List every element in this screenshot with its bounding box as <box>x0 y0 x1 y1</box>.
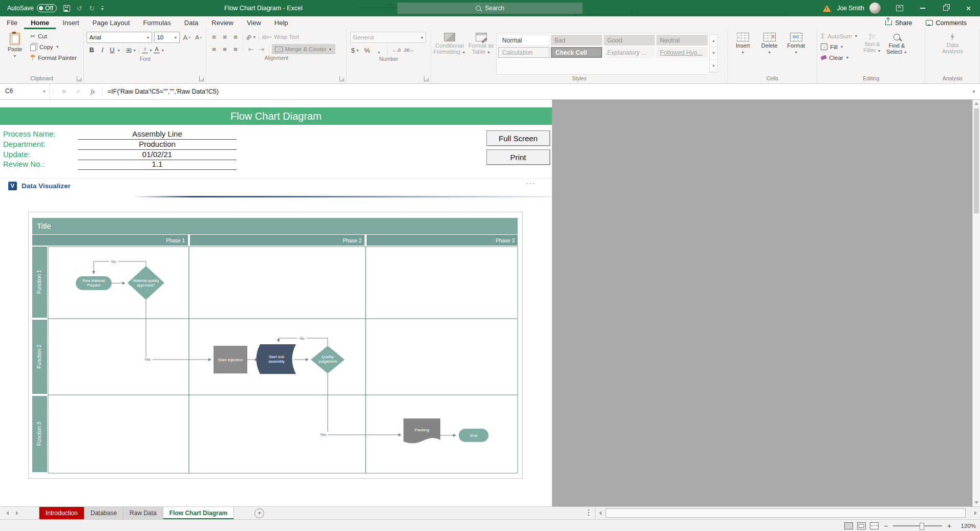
field-value[interactable]: Production <box>78 139 237 150</box>
field-value[interactable]: Assembly Line <box>78 129 237 140</box>
zoom-level[interactable]: 120% <box>956 523 976 529</box>
percent-format-button[interactable]: % <box>362 45 372 55</box>
number-format-select[interactable]: General▼ <box>350 32 426 43</box>
currency-format-button[interactable]: $▼ <box>350 45 360 55</box>
close-button[interactable]: ✕ <box>957 0 980 16</box>
enter-entry-icon[interactable]: ✓ <box>71 88 86 95</box>
style-check-cell[interactable]: Check Cell <box>551 47 602 58</box>
data-analysis-button[interactable]: DataAnalysis <box>937 31 968 75</box>
clear-button[interactable]: Clear▼ <box>819 52 860 63</box>
normal-view-icon[interactable] <box>844 522 853 529</box>
vertical-scrollbar[interactable] <box>972 100 980 506</box>
undo-icon[interactable]: ↺ <box>77 5 82 12</box>
visualizer-menu-button[interactable]: ... <box>526 177 536 186</box>
node-raw-material-prepare[interactable]: Raw Material Prepare <box>76 276 112 290</box>
style-neutral[interactable]: Neutral <box>656 35 708 46</box>
sheet-tab-raw-data[interactable]: Raw Data <box>123 507 163 519</box>
tab-page-layout[interactable]: Page Layout <box>86 16 137 29</box>
vertical-scrollbar-thumb[interactable] <box>974 108 979 213</box>
user-name[interactable]: Joe Smith <box>837 5 864 12</box>
formula-bar-handle[interactable]: ⁞ <box>50 88 57 95</box>
font-color-button[interactable]: A▼ <box>154 45 164 55</box>
style-normal[interactable]: Normal <box>498 35 549 46</box>
warning-icon[interactable] <box>823 5 831 12</box>
tab-file[interactable]: File <box>0 16 24 29</box>
user-avatar[interactable] <box>869 3 881 14</box>
node-end[interactable]: End <box>459 429 488 442</box>
alignment-dialog-launcher-icon[interactable] <box>339 76 345 81</box>
search-box[interactable]: Search <box>397 3 583 14</box>
customize-qat-chevron-icon[interactable]: ▾ <box>101 6 103 11</box>
zoom-slider-thumb[interactable] <box>920 523 924 530</box>
minimize-button[interactable] <box>911 0 934 16</box>
save-icon[interactable] <box>63 5 70 12</box>
tab-formulas[interactable]: Formulas <box>137 16 178 29</box>
style-explanatory[interactable]: Explanatory ... <box>604 47 655 58</box>
zoom-in-button[interactable]: + <box>946 522 952 530</box>
underline-button[interactable]: U▼ <box>108 45 120 55</box>
align-center-button[interactable]: ≡ <box>220 44 229 54</box>
field-value[interactable]: 01/02/21 <box>78 149 237 160</box>
tab-scroll-splitter[interactable] <box>588 510 589 517</box>
find-select-button[interactable]: Find &Select ▼ <box>884 31 909 75</box>
align-top-button[interactable]: ≡ <box>209 32 219 42</box>
orientation-button[interactable]: ab▼ <box>246 32 256 42</box>
delete-cells-button[interactable]: Delete▼ <box>756 31 783 75</box>
scroll-right-button[interactable] <box>971 511 980 515</box>
increase-font-size-button[interactable]: A˄ <box>182 32 191 42</box>
previous-sheet-icon[interactable] <box>6 511 9 515</box>
format-as-table-button[interactable]: Format asTable ▼ <box>466 31 496 75</box>
comma-format-button[interactable]: , <box>374 45 384 55</box>
increase-decimal-button[interactable]: ←.0 <box>391 45 401 55</box>
flowchart-diagram[interactable]: Title Phase 1 Phase 2 Phase 3 Function 1… <box>28 212 523 479</box>
align-bottom-button[interactable]: ≡ <box>230 32 240 42</box>
next-sheet-icon[interactable] <box>16 511 18 515</box>
align-left-button[interactable]: ≡ <box>209 44 219 54</box>
sheet-tab-introduction[interactable]: Introduction <box>39 507 84 519</box>
ribbon-display-options-button[interactable] <box>888 0 911 16</box>
horizontal-scrollbar-track[interactable] <box>605 507 971 519</box>
decrease-indent-button[interactable]: ⇤ <box>246 44 255 54</box>
formula-input[interactable]: =IF('Raw Data'!C5="","",'Raw Data'!C5) <box>104 88 219 95</box>
node-start-sub-assembly[interactable]: Start sub assembly <box>257 344 296 374</box>
print-button[interactable]: Print <box>486 149 550 165</box>
redo-icon[interactable]: ↻ <box>89 5 95 12</box>
scroll-down-button[interactable] <box>973 499 980 506</box>
copy-button[interactable]: Copy▼ <box>28 41 79 52</box>
field-value[interactable]: 1.1 <box>78 159 237 170</box>
clipboard-dialog-launcher-icon[interactable] <box>77 76 82 81</box>
horizontal-scrollbar[interactable] <box>595 507 980 519</box>
zoom-slider[interactable] <box>893 525 942 526</box>
restore-button[interactable] <box>934 0 957 16</box>
expand-formula-bar-icon[interactable]: ▼ <box>968 90 980 94</box>
gallery-more-icon[interactable]: ▼ <box>710 60 717 72</box>
format-painter-button[interactable]: Format Painter <box>28 52 79 63</box>
font-name-select[interactable]: Arial▼ <box>87 32 152 43</box>
paste-button[interactable]: Paste ▼ <box>2 31 28 75</box>
bold-button[interactable]: B <box>87 45 96 55</box>
style-good[interactable]: Good <box>604 35 655 46</box>
fill-color-button[interactable]: ◊▼ <box>142 45 153 55</box>
fill-button[interactable]: ↓Fill▼ <box>819 41 860 52</box>
cancel-entry-icon[interactable]: ✕ <box>57 88 71 95</box>
name-box[interactable]: C6▼ <box>0 84 50 99</box>
autosave-toggle[interactable]: AutoSave Off <box>7 4 57 12</box>
style-calculation[interactable]: Calculation <box>498 47 549 58</box>
worksheet-canvas[interactable]: Flow Chart Diagram Process Name: Assembl… <box>0 100 552 506</box>
number-dialog-launcher-icon[interactable] <box>424 76 429 81</box>
tab-data[interactable]: Data <box>178 16 205 29</box>
tab-home[interactable]: Home <box>24 16 56 29</box>
tab-view[interactable]: View <box>240 16 268 29</box>
font-size-select[interactable]: 10▼ <box>154 32 180 43</box>
scroll-up-button[interactable] <box>973 100 980 107</box>
italic-button[interactable]: I <box>97 45 107 55</box>
node-start-injection[interactable]: Start Injection <box>214 346 247 373</box>
cut-button[interactable]: ✂Cut <box>28 31 79 41</box>
borders-button[interactable]: ⊞▼ <box>126 45 136 55</box>
share-button[interactable]: Share <box>880 18 917 28</box>
align-right-button[interactable]: ≡ <box>230 44 240 54</box>
decrease-decimal-button[interactable]: .00→ <box>403 45 414 55</box>
merge-center-button[interactable]: ↔Merge & Center▼ <box>272 44 335 54</box>
conditional-formatting-button[interactable]: ConditionalFormatting ▼ <box>433 31 466 75</box>
zoom-out-button[interactable]: − <box>883 522 889 530</box>
